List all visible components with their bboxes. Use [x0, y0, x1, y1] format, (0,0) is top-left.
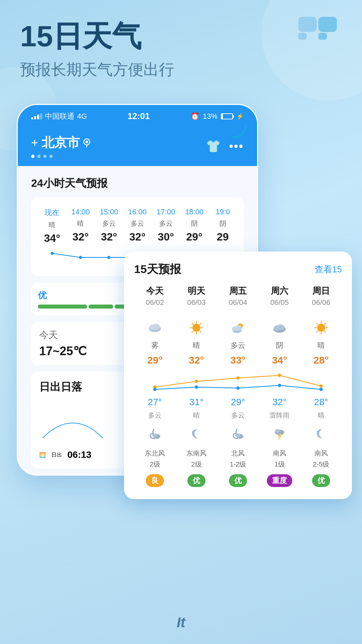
forecast-wind-dir-4: 南风: [300, 447, 342, 459]
forecast-date-2: 06/04: [217, 298, 259, 307]
weather-icon-moon-cloud-0: [146, 425, 163, 442]
header-dots: [31, 155, 90, 158]
forecast-wind-dir-1: 东南风: [176, 447, 217, 459]
sunrise-icon: 🌅: [39, 452, 46, 458]
weather-icon-thunder-3: [271, 425, 288, 442]
forecast-low-4: 28°: [300, 395, 342, 408]
forecast-card-link[interactable]: 查看15: [315, 264, 342, 275]
hour-time-3: 16:00: [125, 208, 150, 216]
svg-point-46: [278, 374, 281, 377]
svg-rect-1: [298, 33, 307, 40]
forecast-wind-dir-0: 东北风: [134, 447, 176, 459]
high-temp-4: 28°: [300, 355, 342, 366]
low-temp-1: 31°: [176, 397, 217, 408]
forecast-aqi-badges-row: 良 优 优 重度 优: [134, 472, 342, 489]
header-actions: 👕 •••: [206, 139, 244, 153]
forecast-aqi-badge-3: 重度: [259, 472, 300, 489]
forecast-bottom-weather-2: 多云: [217, 410, 259, 421]
status-left: 中国联通 4G: [31, 111, 87, 121]
weather-icon-overcast-3: [269, 318, 290, 338]
forecast-icon-bottom-4: [300, 423, 342, 445]
weather-desc-top-3: 阴: [259, 340, 300, 351]
forecast-col-day-2: 周五 06/04: [217, 285, 259, 307]
hour-weather-0: 晴: [40, 220, 65, 229]
alarm-icon: ⏰: [190, 112, 199, 121]
forecast-high-temps-row: 29° 32° 33° 34° 28°: [134, 355, 342, 367]
svg-point-50: [236, 386, 240, 390]
network-label: 4G: [77, 112, 87, 121]
high-temp-1: 32°: [176, 355, 217, 366]
wind-level-2: 1-2级: [217, 460, 259, 469]
forecast-wind-level-row: 2级 2级 1-2级 1级 2-5级: [134, 460, 342, 469]
dot-2: [37, 155, 41, 158]
hour-temp-6: 29: [210, 231, 235, 243]
hour-item-2: 15:00 多云 32°: [95, 204, 123, 248]
forecast-col-day-4: 周日 06/06: [300, 285, 342, 307]
forecast-low-0: 27°: [134, 395, 176, 408]
svg-point-30: [235, 325, 242, 331]
forecast-day-1: 明天: [176, 285, 217, 297]
quote-icon: [295, 13, 342, 50]
svg-rect-3: [318, 33, 327, 40]
svg-point-33: [277, 324, 285, 330]
low-weather-desc-1: 晴: [176, 411, 217, 420]
hour-temp-4: 30°: [153, 231, 178, 243]
wardrobe-icon[interactable]: 👕: [206, 139, 221, 153]
more-icon[interactable]: •••: [229, 139, 244, 153]
svg-rect-0: [298, 17, 317, 32]
dot-4: [49, 155, 53, 158]
forecast-aqi-badge-1: 优: [176, 472, 217, 489]
svg-point-49: [195, 385, 198, 389]
wind-dir-3: 南风: [259, 449, 300, 458]
forecast-bottom-weather-row: 多云 晴 多云 雷阵雨 晴: [134, 410, 342, 421]
forecast-wind-level-2: 1-2级: [217, 460, 259, 469]
hour-weather-1: 晴: [68, 219, 93, 228]
wind-level-0: 2级: [134, 460, 176, 469]
forecast-date-0: 06/02: [134, 298, 176, 307]
city-section[interactable]: + 北京市: [31, 134, 90, 151]
aqi-badge-excellent-4: 优: [312, 474, 330, 487]
svg-point-9: [107, 256, 110, 259]
weather-desc-top-0: 雾: [134, 340, 176, 351]
forecast-low-3: 32°: [259, 395, 300, 408]
forecast-icon-bottom-3: [259, 423, 300, 445]
forecast-bottom-weather-1: 晴: [176, 410, 217, 421]
high-temp-0: 29°: [134, 355, 176, 366]
svg-line-40: [324, 331, 326, 332]
hour-time-4: 17:00: [153, 208, 178, 216]
forecast-high-0: 29°: [134, 355, 176, 367]
wind-dir-0: 东北风: [134, 449, 176, 458]
weather-icon-sun-1: [186, 318, 206, 338]
forecast-low-1: 31°: [176, 395, 217, 408]
forecast-icon-top-3: 阴: [259, 312, 300, 353]
forecast-bottom-weather-3: 雷阵雨: [259, 410, 300, 421]
forecast-icon-bottom-2: [217, 423, 259, 445]
hourly-section-title: 24小时天气预报: [31, 176, 244, 191]
low-temp-4: 28°: [300, 397, 342, 408]
hour-time-6: 19:0: [210, 208, 235, 216]
low-temp-3: 32°: [259, 397, 300, 408]
hour-weather-6: 阴: [210, 219, 235, 228]
forecast-top-icons-row: 雾 晴: [134, 312, 342, 353]
forecast-high-1: 32°: [176, 355, 217, 367]
hour-temp-0: 34°: [40, 232, 65, 245]
forecast-date-1: 06/03: [176, 298, 217, 307]
weather-icon-sun-4: [311, 318, 331, 338]
forecast-wind-level-0: 2级: [134, 460, 176, 469]
svg-point-7: [51, 252, 54, 255]
aqi-badge-heavy-3: 重度: [267, 474, 292, 487]
weather-desc-top-4: 晴: [300, 340, 342, 351]
forecast-wind-level-4: 2-5级: [300, 460, 342, 469]
low-weather-desc-2: 多云: [217, 411, 259, 420]
svg-point-34: [317, 324, 325, 332]
sun-arc: [39, 401, 106, 441]
weather-icon-fog: [145, 318, 165, 338]
svg-point-54: [152, 433, 158, 437]
hour-temp-5: 29°: [182, 231, 207, 243]
add-city-icon[interactable]: +: [31, 136, 38, 150]
svg-point-48: [153, 388, 157, 391]
weather-icon-cloudy-2: [228, 318, 248, 338]
svg-line-23: [192, 323, 193, 325]
forecast-day-0: 今天: [134, 285, 176, 297]
high-temp-chart: [134, 369, 342, 392]
